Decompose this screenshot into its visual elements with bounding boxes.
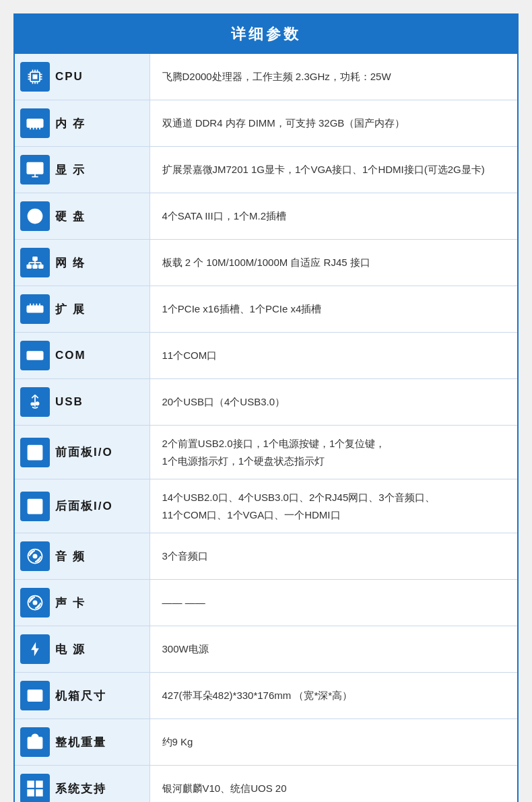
svg-point-72 [33, 601, 38, 605]
label-text-soundcard: 声 卡 [55, 595, 86, 611]
svg-rect-18 [39, 122, 40, 125]
value-cell-hdd: 4个SATA III口，1个M.2插槽 [149, 193, 517, 240]
value-cell-rear-io: 14个USB2.0口、4个USB3.0口、2个RJ45网口、3个音频口、11个C… [149, 479, 517, 533]
svg-rect-55 [31, 403, 34, 405]
table-row-front-io: 前面板I/O2个前置USB2.0接口，1个电源按键，1个复位键，1个电源指示灯，… [15, 426, 517, 479]
label-text-weight: 整机重量 [55, 735, 106, 750]
table-row-com: COM11个COM口 [15, 333, 517, 379]
table-row-expand: 扩 展1个PCIe x16插槽、1个PCIe x4插槽 [15, 286, 517, 333]
value-cell-weight: 约9 Kg [149, 719, 517, 766]
value-cell-usb: 20个USB口（4个USB3.0） [149, 379, 517, 426]
value-cell-expand: 1个PCIe x16插槽、1个PCIe x4插槽 [149, 286, 517, 333]
svg-point-27 [33, 214, 38, 219]
label-text-rear-io: 后面板I/O [55, 498, 113, 514]
svg-rect-17 [36, 122, 37, 125]
svg-point-28 [39, 215, 40, 217]
table-row-chassis: 机箱尺寸427(带耳朵482)*330*176mm （宽*深*高） [15, 673, 517, 719]
svg-point-54 [39, 356, 40, 358]
svg-rect-81 [27, 780, 34, 788]
label-text-power: 电 源 [55, 642, 86, 657]
value-cell-chassis: 427(带耳朵482)*330*176mm （宽*深*高） [149, 673, 517, 719]
svg-rect-64 [30, 502, 40, 511]
audio-icon [20, 541, 50, 571]
svg-point-47 [30, 354, 31, 355]
display-icon [20, 155, 50, 185]
memory-icon [20, 108, 50, 138]
table-row-power: 电 源300W电源 [15, 626, 517, 673]
power-icon [20, 634, 50, 664]
svg-rect-16 [33, 122, 34, 125]
hdd-icon [20, 201, 50, 231]
label-text-cpu: CPU [55, 70, 84, 83]
svg-rect-78 [33, 696, 38, 698]
svg-rect-31 [39, 265, 43, 269]
svg-rect-1 [33, 75, 38, 79]
svg-point-49 [36, 354, 37, 355]
table-row-cpu: CPU飞腾D2000处理器，工作主频 2.3GHz，功耗：25W [15, 54, 517, 100]
table-row-os: 系统支持银河麒麟V10、统信UOS 20 [15, 766, 517, 803]
svg-rect-45 [38, 308, 40, 310]
label-text-network: 网 络 [55, 255, 86, 271]
os-icon [20, 774, 50, 802]
com-icon [20, 341, 50, 370]
svg-rect-23 [27, 163, 42, 174]
table-row-display: 显 示扩展景嘉微JM7201 1G显卡，1个VGA接口、1个HDMI接口(可选2… [15, 147, 517, 193]
svg-point-56 [36, 402, 39, 405]
value-cell-display: 扩展景嘉微JM7201 1G显卡，1个VGA接口、1个HDMI接口(可选2G显卡… [149, 147, 517, 193]
svg-text:KG: KG [31, 741, 39, 747]
audio-icon [20, 588, 50, 617]
cpu-icon [20, 62, 50, 92]
value-cell-cpu: 飞腾D2000处理器，工作主频 2.3GHz，功耗：25W [149, 54, 517, 100]
svg-point-48 [33, 354, 34, 355]
label-text-usb: USB [55, 395, 84, 409]
label-text-com: COM [55, 349, 86, 362]
svg-rect-29 [27, 265, 31, 269]
table-row-usb: USB20个USB口（4个USB3.0） [15, 379, 517, 426]
svg-rect-82 [36, 780, 42, 788]
expand-icon [20, 294, 50, 324]
svg-rect-15 [30, 122, 31, 125]
label-text-expand: 扩 展 [55, 302, 86, 317]
usb-icon [20, 387, 50, 417]
svg-point-50 [39, 354, 40, 355]
svg-point-52 [33, 356, 34, 358]
table-row-rear-io: 后面板I/O14个USB2.0口、4个USB3.0口、2个RJ45网口、3个音频… [15, 479, 517, 533]
label-text-chassis: 机箱尺寸 [55, 688, 106, 704]
label-text-audio: 音 频 [55, 549, 86, 564]
label-text-display: 显 示 [55, 162, 86, 178]
table-row-audio: 音 频3个音频口 [15, 533, 517, 580]
svg-rect-30 [33, 265, 37, 269]
table-row-weight: KG 整机重量约9 Kg [15, 719, 517, 766]
value-cell-os: 银河麒麟V10、统信UOS 20 [149, 766, 517, 803]
panel-icon [20, 438, 50, 467]
svg-rect-43 [30, 308, 32, 310]
svg-rect-77 [33, 692, 41, 695]
value-cell-network: 板载 2 个 10M/100M/1000M 自适应 RJ45 接口 [149, 240, 517, 286]
value-cell-com: 11个COM口 [149, 333, 517, 379]
weight-icon: KG [20, 727, 50, 757]
svg-point-75 [29, 692, 30, 694]
label-text-hdd: 硬 盘 [55, 209, 86, 224]
svg-point-70 [33, 554, 38, 559]
svg-point-76 [29, 695, 30, 696]
table-row-memory: 内 存双通道 DDR4 内存 DIMM，可支持 32GB（国产内存） [15, 100, 517, 147]
chassis-icon [20, 681, 50, 710]
value-cell-front-io: 2个前置USB2.0接口，1个电源按键，1个复位键，1个电源指示灯，1个硬盘状态… [149, 426, 517, 479]
label-text-memory: 内 存 [55, 116, 86, 131]
value-cell-power: 300W电源 [149, 626, 517, 673]
svg-rect-46 [27, 352, 42, 360]
panel-icon [20, 492, 50, 521]
svg-point-51 [30, 356, 31, 358]
value-cell-memory: 双通道 DDR4 内存 DIMM，可支持 32GB（国产内存） [149, 100, 517, 147]
value-cell-soundcard: —— —— [149, 580, 517, 626]
label-text-front-io: 前面板I/O [55, 444, 113, 460]
svg-rect-32 [33, 257, 37, 261]
svg-point-53 [36, 356, 37, 358]
table-title: 详细参数 [15, 15, 517, 54]
table-row-network: 网 络板载 2 个 10M/100M/1000M 自适应 RJ45 接口 [15, 240, 517, 286]
svg-rect-58 [30, 448, 40, 457]
spec-table: 详细参数 CPU飞腾D2000处理器，工作主频 2.3GHz，功耗：25W [13, 13, 519, 802]
label-text-os: 系统支持 [55, 781, 106, 797]
svg-rect-83 [27, 789, 34, 797]
svg-rect-44 [34, 308, 36, 310]
